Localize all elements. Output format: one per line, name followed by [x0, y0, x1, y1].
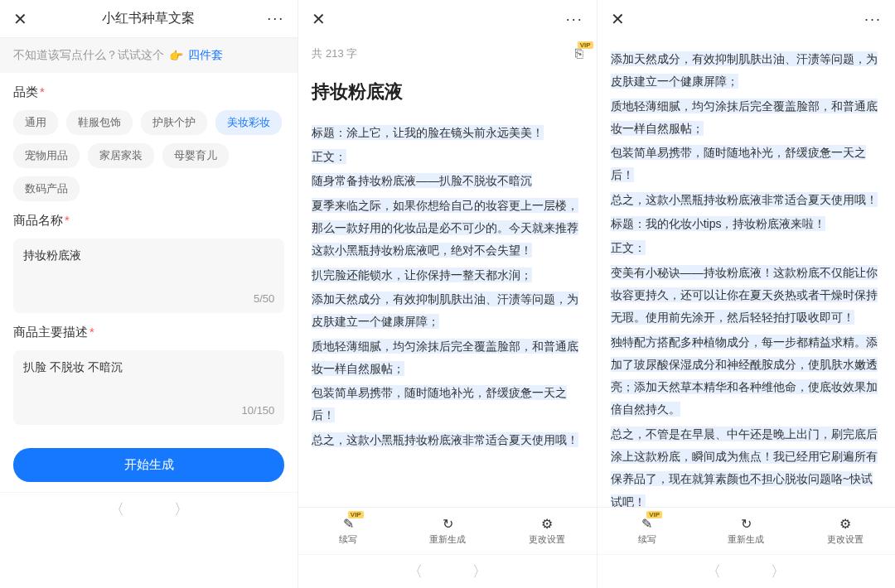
action-regenerate[interactable]: ↻ 重新生成 — [398, 513, 497, 549]
content-paragraph: 独特配方搭配多种植物成分，每一步都精益求精。添加了玻尿酸保湿成分和神经酰胺成分，… — [611, 331, 882, 422]
content-paragraph: 标题：涂上它，让我的脸在镜头前永远美美！ — [312, 122, 583, 144]
close-icon[interactable]: ✕ — [611, 9, 627, 29]
product-name-counter: 5/50 — [254, 292, 274, 305]
content-paragraph: 变美有小秘诀——持妆粉底液！这款粉底不仅能让你妆容更持久，还可以让你在夏天炎热或… — [611, 262, 882, 330]
nav-prev-icon[interactable]: 〈 — [109, 499, 124, 519]
category-chip[interactable]: 母婴育儿 — [162, 143, 229, 168]
content-paragraph: 随身常备持妆粉底液——扒脸不脱妆不暗沉 — [312, 170, 583, 192]
content-paragraph: 包装简单易携带，随时随地补光，舒缓疲惫一天之后！ — [611, 142, 882, 187]
section-category: 品类* 通用鞋服包饰护肤个护美妆彩妆宠物用品家居家装母婴育儿数码产品 — [0, 73, 298, 201]
action-bar: ✎VIP 续写 ↻ 重新生成 ⚙ 更改设置 — [597, 507, 895, 554]
gear-icon: ⚙ — [839, 516, 851, 532]
action-settings[interactable]: ⚙ 更改设置 — [796, 513, 895, 549]
product-desc-counter: 10/150 — [242, 404, 275, 417]
pencil-icon: ✎VIP — [641, 516, 652, 532]
product-name-label: 商品名称* — [13, 213, 284, 229]
content-paragraph: 质地轻薄细腻，均匀涂抹后完全覆盖脸部，和普通底妆一样自然服帖； — [611, 95, 882, 141]
section-product-name: 商品名称* 持妆粉底液 5/50 — [0, 201, 298, 313]
prompt-link[interactable]: 四件套 — [188, 48, 223, 63]
content-title: 持妆粉底液 — [312, 75, 583, 110]
content-paragraph: 夏季来临之际，如果你想给自己的妆容更上一层楼，那么一款好用的化妆品是必不可少的。… — [312, 195, 583, 263]
action-continue[interactable]: ✎VIP 续写 — [597, 513, 697, 549]
content-area: 持妆粉底液 标题：涂上它，让我的脸在镜头前永远美美！正文：随身常备持妆粉底液——… — [298, 70, 596, 507]
content-paragraph: 正文： — [312, 146, 583, 168]
header: ✕ 小红书种草文案 ··· — [0, 0, 298, 38]
close-icon[interactable]: ✕ — [13, 9, 30, 29]
product-desc-input[interactable]: 扒脸 不脱妆 不暗沉 10/150 — [13, 350, 284, 425]
action-settings[interactable]: ⚙ 更改设置 — [497, 513, 597, 549]
word-count: 共 213 字 — [312, 46, 357, 61]
action-regenerate[interactable]: ↻ 重新生成 — [696, 513, 796, 549]
category-label: 品类* — [13, 84, 284, 100]
category-chip[interactable]: 通用 — [13, 110, 58, 135]
prompt-bar: 不知道该写点什么？试试这个 👉 四件套 — [0, 38, 298, 73]
category-chip[interactable]: 护肤个护 — [141, 110, 207, 135]
category-chip[interactable]: 美妆彩妆 — [215, 110, 282, 135]
category-chip[interactable]: 鞋服包饰 — [66, 110, 133, 135]
vip-badge: VIP — [578, 41, 593, 49]
header: ✕ ··· — [597, 0, 895, 38]
page-title: 小红书种草文案 — [102, 10, 195, 27]
header: ✕ ··· — [298, 0, 596, 38]
word-count-bar: 共 213 字 ⎘VIP — [298, 38, 596, 70]
panel-result-1: ✕ ··· 共 213 字 ⎘VIP 持妆粉底液 标题：涂上它，让我的脸在镜头前… — [298, 0, 597, 588]
more-icon[interactable]: ··· — [566, 11, 583, 28]
action-bar: ✎VIP 续写 ↻ 重新生成 ⚙ 更改设置 — [298, 507, 596, 554]
refresh-icon: ↻ — [741, 516, 752, 532]
content-paragraph: 总之，这款小黑瓶持妆粉底液非常适合夏天使用哦！ — [611, 189, 882, 211]
product-name-input[interactable]: 持妆粉底液 5/50 — [13, 239, 284, 313]
category-chips: 通用鞋服包饰护肤个护美妆彩妆宠物用品家居家装母婴育儿数码产品 — [13, 110, 284, 201]
more-icon[interactable]: ··· — [267, 10, 284, 27]
content-area: 添加天然成分，有效抑制肌肤出油、汗渍等问题，为皮肤建立一个健康屏障；质地轻薄细腻… — [597, 38, 895, 507]
category-chip[interactable]: 家居家装 — [88, 143, 154, 168]
nav-prev-icon[interactable]: 〈 — [408, 561, 423, 581]
category-chip[interactable]: 数码产品 — [13, 176, 80, 201]
vip-badge: VIP — [348, 511, 364, 518]
content-paragraph: 质地轻薄细腻，均匀涂抹后完全覆盖脸部，和普通底妆一样自然服帖； — [312, 335, 583, 381]
content-paragraph: 总之，不管是在早晨、中午还是晚上出门，刷完底后涂上这款粉底，瞬间成为焦点！我已经… — [611, 423, 882, 507]
content-paragraph: 正文： — [611, 237, 882, 259]
content-paragraph: 扒完脸还能锁水，让你保持一整天都水润； — [312, 264, 583, 287]
nav-next-icon[interactable]: 〉 — [174, 499, 189, 519]
gear-icon: ⚙ — [541, 516, 553, 532]
refresh-icon: ↻ — [443, 516, 453, 532]
nav-footer: 〈 〉 — [298, 554, 596, 588]
nav-footer: 〈 〉 — [597, 554, 895, 588]
nav-next-icon[interactable]: 〉 — [472, 561, 487, 581]
close-icon[interactable]: ✕ — [312, 9, 328, 29]
nav-prev-icon[interactable]: 〈 — [706, 561, 721, 581]
content-paragraph: 总之，这款小黑瓶持妆粉底液非常适合夏天使用哦！ — [312, 429, 583, 451]
category-chip[interactable]: 宠物用品 — [13, 143, 80, 168]
prompt-text: 不知道该写点什么？试试这个 — [13, 48, 164, 63]
content-paragraph: 标题：我的化妆小tips，持妆粉底液来啦！ — [611, 213, 882, 235]
content-paragraph: 包装简单易携带，随时随地补光，舒缓疲惫一天之后！ — [312, 382, 583, 427]
vip-badge: VIP — [646, 511, 662, 518]
panel-result-2: ✕ ··· 添加天然成分，有效抑制肌肤出油、汗渍等问题，为皮肤建立一个健康屏障；… — [597, 0, 895, 588]
more-icon[interactable]: ··· — [864, 11, 882, 28]
section-product-desc: 商品主要描述* 扒脸 不脱妆 不暗沉 10/150 — [0, 313, 298, 425]
pencil-icon: ✎VIP — [343, 516, 354, 532]
nav-next-icon[interactable]: 〉 — [771, 561, 786, 581]
panel-form: ✕ 小红书种草文案 ··· 不知道该写点什么？试试这个 👉 四件套 品类* 通用… — [0, 0, 298, 588]
generate-button[interactable]: 开始生成 — [13, 448, 284, 482]
nav-footer: 〈 〉 — [0, 492, 298, 526]
content-paragraph: 添加天然成分，有效抑制肌肤出油、汗渍等问题，为皮肤建立一个健康屏障； — [312, 288, 583, 334]
product-desc-label: 商品主要描述* — [13, 325, 284, 340]
action-continue[interactable]: ✎VIP 续写 — [298, 513, 398, 549]
point-icon: 👉 — [169, 49, 183, 62]
copy-icon[interactable]: ⎘VIP — [575, 46, 583, 61]
content-paragraph: 添加天然成分，有效抑制肌肤出油、汗渍等问题，为皮肤建立一个健康屏障； — [611, 48, 882, 94]
